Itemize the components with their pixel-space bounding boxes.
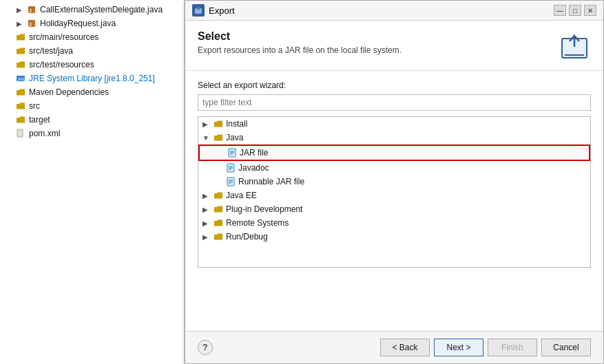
- wizard-tree-icon: [213, 118, 224, 129]
- wizard-tree-label: Javadoc: [238, 163, 269, 173]
- dialog-description: Export resources into a JAR file on the …: [198, 45, 402, 55]
- tree-item-icon: J: [26, 18, 37, 29]
- tree-item-label: CallExternalSystemDelegate.java: [40, 5, 163, 14]
- tree-item-icon: [15, 32, 26, 43]
- svg-text:JRE: JRE: [17, 77, 25, 81]
- left-tree-item: Maven Dependencies: [0, 85, 184, 99]
- left-tree-item: src/test/resources: [0, 58, 184, 72]
- wizard-tree-item[interactable]: ▼Java: [198, 131, 590, 144]
- dialog-icon: [192, 4, 205, 17]
- wizard-tree[interactable]: ▶Install▼JavaJAR fileJavadocRunnable JAR…: [198, 116, 591, 268]
- wizard-tree-icon: [225, 162, 236, 173]
- dialog-heading: Select: [198, 30, 402, 43]
- wizard-tree-arrow: ▼: [202, 134, 211, 142]
- tree-item-icon: [15, 59, 26, 70]
- dialog-title: Export: [209, 6, 235, 16]
- svg-text:J: J: [29, 22, 32, 27]
- left-tree-item: target: [0, 113, 184, 127]
- left-tree-item: ▶JCallExternalSystemDelegate.java: [0, 3, 184, 17]
- cancel-button[interactable]: Cancel: [541, 339, 591, 356]
- left-tree-item: pom.xml: [0, 127, 184, 140]
- wizard-tree-icon: [213, 231, 224, 242]
- wizard-tree-icon: [225, 176, 236, 187]
- close-button[interactable]: ✕: [584, 5, 596, 16]
- wizard-tree-icon: [213, 132, 224, 143]
- wizard-tree-item[interactable]: ▶Run/Debug: [198, 230, 590, 244]
- tree-item-label: pom.xml: [29, 129, 60, 138]
- svg-rect-8: [197, 7, 200, 10]
- dialog-header: Select Export resources into a JAR file …: [185, 21, 603, 71]
- wizard-tree-icon: [227, 147, 238, 158]
- svg-text:J: J: [29, 8, 32, 13]
- tree-item-label: HolidayRequest.java: [40, 19, 116, 28]
- tree-item-icon: [15, 45, 26, 56]
- export-icon: [558, 30, 591, 63]
- next-button[interactable]: Next >: [434, 339, 483, 356]
- left-tree-item: JREJRE System Library [jre1.8.0_251]: [0, 72, 184, 85]
- footer-buttons: < Back Next > Finish Cancel: [380, 339, 591, 356]
- wizard-tree-arrow: ▶: [202, 120, 211, 128]
- filter-input[interactable]: [198, 94, 591, 111]
- tree-item-icon: JRE: [15, 73, 26, 84]
- tree-item-label: src/test/java: [29, 46, 73, 56]
- wizard-tree-arrow: ▶: [202, 233, 211, 241]
- left-tree-item: src: [0, 99, 184, 113]
- wizard-tree-label: JAR file: [240, 148, 268, 158]
- tree-item-label: src: [29, 101, 40, 111]
- restore-button[interactable]: □: [569, 5, 581, 16]
- ide-project-tree: ▶JCallExternalSystemDelegate.java▶JHolid…: [0, 0, 185, 364]
- wizard-tree-item[interactable]: JAR file: [198, 144, 590, 161]
- wizard-tree-item[interactable]: Javadoc: [198, 161, 590, 175]
- dialog-titlebar: Export — □ ✕: [185, 1, 603, 21]
- wizard-tree-label: Java: [226, 133, 243, 142]
- wizard-tree-icon: [213, 190, 224, 201]
- dialog-header-text: Select Export resources into a JAR file …: [198, 30, 402, 55]
- titlebar-left: Export: [192, 4, 235, 17]
- left-tree-item: src/test/java: [0, 44, 184, 58]
- tree-arrow: ▶: [17, 20, 23, 28]
- tree-item-icon: [15, 87, 26, 98]
- footer-left: ?: [198, 340, 213, 355]
- export-dialog: Export — □ ✕ Select Export resources int…: [185, 0, 604, 364]
- wizard-tree-item[interactable]: ▶Plug-in Development: [198, 202, 590, 216]
- wizard-tree-label: Install: [226, 119, 247, 129]
- wizard-tree-item[interactable]: ▶Remote Systems: [198, 216, 590, 230]
- tree-arrow: ▶: [17, 6, 23, 14]
- tree-item-label: JRE System Library [jre1.8.0_251]: [29, 74, 155, 83]
- finish-button[interactable]: Finish: [488, 339, 537, 356]
- tree-item-icon: [15, 128, 26, 139]
- wizard-tree-label: Run/Debug: [226, 232, 268, 242]
- tree-item-label: src/test/resources: [29, 60, 94, 69]
- wizard-tree-item[interactable]: ▶Java EE: [198, 189, 590, 202]
- dialog-body: Select an export wizard: ▶Install▼JavaJA…: [185, 71, 603, 331]
- wizard-tree-label: Java EE: [226, 191, 257, 200]
- wizard-tree-label: Runnable JAR file: [238, 177, 304, 186]
- tree-item-label: Maven Dependencies: [29, 87, 109, 97]
- back-button[interactable]: < Back: [380, 339, 430, 356]
- wizard-tree-icon: [213, 204, 224, 215]
- titlebar-controls: — □ ✕: [554, 5, 596, 16]
- minimize-button[interactable]: —: [554, 5, 566, 16]
- wizard-tree-arrow: ▶: [202, 192, 211, 200]
- wizard-tree-label: Remote Systems: [226, 218, 289, 228]
- wizard-tree-arrow: ▶: [202, 206, 211, 213]
- left-tree-item: src/main/resources: [0, 30, 184, 44]
- tree-item-icon: [15, 114, 26, 125]
- wizard-label: Select an export wizard:: [198, 81, 591, 90]
- left-tree-item: ▶JHolidayRequest.java: [0, 17, 184, 30]
- wizard-tree-item[interactable]: ▶Install: [198, 117, 590, 131]
- tree-item-label: target: [29, 115, 50, 125]
- wizard-tree-icon: [213, 217, 224, 228]
- tree-item-icon: J: [26, 4, 37, 15]
- wizard-tree-arrow: ▶: [202, 220, 211, 227]
- tree-item-label: src/main/resources: [29, 32, 98, 42]
- wizard-tree-label: Plug-in Development: [226, 204, 302, 214]
- help-button[interactable]: ?: [198, 340, 213, 355]
- dialog-footer: ? < Back Next > Finish Cancel: [185, 331, 603, 363]
- tree-item-icon: [15, 100, 26, 111]
- wizard-tree-item[interactable]: Runnable JAR file: [198, 175, 590, 189]
